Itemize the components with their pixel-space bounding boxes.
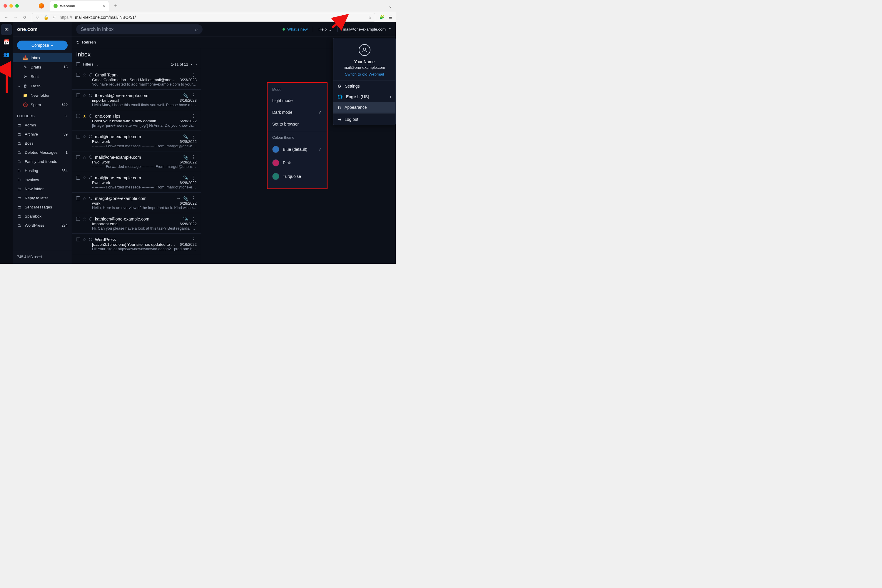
extensions-icon[interactable]: 🧩 [379,15,384,20]
star-icon[interactable]: ☆ [82,155,86,160]
folder-family-and-friends[interactable]: 🗀Family and friends [13,157,72,166]
message-checkbox[interactable] [76,93,80,98]
star-icon[interactable]: ☆ [82,93,86,98]
message-checkbox[interactable] [76,196,80,200]
permissions-icon[interactable]: ⇆ [51,15,57,20]
star-icon[interactable]: ☆ [82,176,86,180]
folder-boss[interactable]: 🗀Boss [13,139,72,148]
message-more-icon[interactable]: ⋮ [191,113,196,119]
theme-option-blue[interactable]: Blue (default)✓ [272,142,322,156]
refresh-icon[interactable]: ↻ [76,40,80,45]
add-folder-icon[interactable]: + [64,114,68,119]
back-icon[interactable]: ← [3,15,9,20]
whats-new-link[interactable]: What's new [282,27,308,32]
message-more-icon[interactable]: ⋮ [191,216,196,222]
message-row[interactable]: ★one.com Tips⋮Boost your brand with a ne… [72,110,201,131]
account-menu-appearance[interactable]: ◐Appearance [333,102,395,112]
message-more-icon[interactable]: ⋮ [191,134,196,140]
message-checkbox[interactable] [76,73,80,77]
reload-icon[interactable]: ⟳ [22,15,28,20]
account-menu-settings[interactable]: ⚙Settings [333,81,395,92]
mailbox-drafts[interactable]: ✎Drafts13 [13,62,72,72]
message-more-icon[interactable]: ⋮ [191,175,196,180]
read-indicator-icon[interactable] [89,196,92,200]
folder-new-folder[interactable]: 🗀New folder [13,184,72,194]
star-icon[interactable]: ★ [82,114,86,118]
filters-label[interactable]: Filters [83,62,93,66]
star-icon[interactable]: ☆ [82,237,86,242]
folder-sent-messages[interactable]: 🗀Sent Messages [13,202,72,212]
maximize-window-icon[interactable] [15,4,19,8]
read-indicator-icon[interactable] [89,94,92,97]
new-tab-button[interactable]: + [114,3,118,9]
message-row[interactable]: ☆WordPress⋮[qacph2.1prod.one] Your site … [72,234,201,254]
select-all-checkbox[interactable] [76,62,80,66]
message-row[interactable]: ☆Gmail Team⋮Gmail Confirmation - Send Ma… [72,69,201,90]
folder-invoices[interactable]: 🗀invoices [13,175,72,184]
message-checkbox[interactable] [76,217,80,221]
address-bar[interactable]: 🛡 🔒 ⇆ https://mail-next.one.com/mail/INB… [32,13,375,22]
folder-admin[interactable]: 🗀Admin [13,120,72,130]
mode-option-set-to-browser[interactable]: Set to browser [272,118,322,130]
message-checkbox[interactable] [76,135,80,138]
folder-archive[interactable]: 🗀Archive39 [13,130,72,139]
star-icon[interactable]: ☆ [82,196,86,201]
account-menu-trigger[interactable]: mail@one-example.com ⌃ [343,27,392,32]
folder-hosting[interactable]: 🗀Hosting864 [13,166,72,175]
message-row[interactable]: ☆thorvald@one-example.com📎⋮important ema… [72,90,201,110]
refresh-label[interactable]: Refresh [82,40,96,44]
folder-reply-to-later[interactable]: 🗀Reply to later [13,194,72,202]
message-more-icon[interactable]: ⋮ [191,237,196,242]
read-indicator-icon[interactable] [89,114,92,118]
mailbox-sent[interactable]: ➤Sent [13,72,72,81]
read-indicator-icon[interactable] [89,135,92,138]
read-indicator-icon[interactable] [89,217,92,220]
prev-page-icon[interactable]: ‹ [191,62,192,66]
folder-spambox[interactable]: 🗀Spambox [13,212,72,221]
rail-calendar[interactable]: 📅 [1,36,12,48]
message-checkbox[interactable] [76,155,80,159]
folder-deleted-messages[interactable]: 🗀Deleted Messages1 [13,148,72,157]
message-row[interactable]: ☆mail@one-example.com📎⋮Fwd: work6/28/202… [72,172,201,193]
message-row[interactable]: ☆margot@one-example.com→📎⋮work6/28/2022H… [72,193,201,213]
help-menu[interactable]: Help ⌄ [318,27,332,32]
message-more-icon[interactable]: ⋮ [191,195,196,201]
tabs-dropdown-icon[interactable]: ⌄ [388,3,392,9]
switch-webmail-link[interactable]: Switch to old Webmail [345,72,384,76]
message-more-icon[interactable]: ⋮ [191,93,196,98]
message-more-icon[interactable]: ⋮ [191,72,196,78]
message-checkbox[interactable] [76,237,80,242]
mailbox-spam[interactable]: 🚫Spam359 [13,100,72,110]
theme-option-pink[interactable]: Pink [272,156,322,170]
close-window-icon[interactable] [3,4,7,8]
message-row[interactable]: ☆mail@one-example.com📎⋮Fwd: work6/28/202… [72,131,201,152]
mailbox-trash[interactable]: ⌄🗑Trash [13,81,72,90]
message-row[interactable]: ☆kathleen@one-example.com📎⋮Important ema… [72,213,201,234]
message-more-icon[interactable]: ⋮ [191,154,196,160]
compose-button[interactable]: Compose + [17,40,68,50]
read-indicator-icon[interactable] [89,156,92,159]
message-checkbox[interactable] [76,176,80,180]
next-page-icon[interactable]: › [195,62,196,66]
mailbox-new-folder[interactable]: 📁New folder [13,90,72,100]
mode-option-dark-mode[interactable]: Dark mode✓ [272,106,322,118]
close-tab-icon[interactable]: × [103,3,105,8]
bookmark-star-icon[interactable]: ☆ [368,15,372,20]
star-icon[interactable]: ☆ [82,134,86,139]
rail-mail[interactable]: ✉ [1,24,12,35]
read-indicator-icon[interactable] [89,238,92,241]
folder-wordpress[interactable]: 🗀WordPress234 [13,221,72,230]
chevron-down-icon[interactable]: ⌄ [96,62,99,66]
mailbox-inbox[interactable]: 📥Inbox [13,53,72,62]
message-checkbox[interactable] [76,114,80,118]
star-icon[interactable]: ☆ [82,73,86,77]
read-indicator-icon[interactable] [89,176,92,179]
read-indicator-icon[interactable] [89,73,92,76]
theme-option-turquoise[interactable]: Turquoise [272,170,322,183]
search-icon[interactable]: ⌕ [195,27,198,32]
minimize-window-icon[interactable] [9,4,13,8]
lock-icon[interactable]: 🔒 [43,15,48,20]
account-menu-english[interactable]: 🌐English (US)› [333,92,395,102]
search-input[interactable]: Search in Inbox ⌕ [76,24,202,34]
rail-settings[interactable]: ⚙ [1,61,12,72]
